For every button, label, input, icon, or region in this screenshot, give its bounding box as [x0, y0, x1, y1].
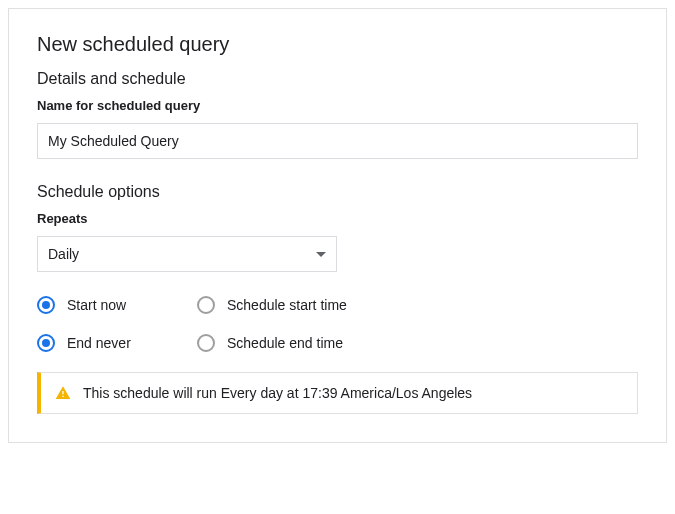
end-never-label: End never	[67, 335, 131, 351]
details-heading: Details and schedule	[37, 70, 638, 88]
chevron-down-icon	[316, 252, 326, 257]
radio-icon	[197, 296, 215, 314]
schedule-options-heading: Schedule options	[37, 183, 638, 201]
radio-icon	[37, 334, 55, 352]
repeats-label: Repeats	[37, 211, 638, 226]
end-never-radio[interactable]: End never	[37, 334, 197, 352]
radio-icon	[37, 296, 55, 314]
schedule-end-label: Schedule end time	[227, 335, 343, 351]
repeats-select[interactable]: Daily	[37, 236, 337, 272]
schedule-end-time-radio[interactable]: Schedule end time	[197, 334, 343, 352]
end-radio-row: End never Schedule end time	[37, 334, 638, 352]
start-now-radio[interactable]: Start now	[37, 296, 197, 314]
radio-icon	[197, 334, 215, 352]
schedule-start-label: Schedule start time	[227, 297, 347, 313]
page-title: New scheduled query	[37, 33, 638, 56]
start-radio-row: Start now Schedule start time	[37, 296, 638, 314]
new-scheduled-query-panel: New scheduled query Details and schedule…	[8, 8, 667, 443]
notice-text: This schedule will run Every day at 17:3…	[83, 385, 472, 401]
scheduled-query-name-input[interactable]	[37, 123, 638, 159]
warning-icon	[55, 385, 71, 401]
name-label: Name for scheduled query	[37, 98, 638, 113]
start-now-label: Start now	[67, 297, 126, 313]
repeats-value: Daily	[48, 246, 79, 262]
schedule-notice: This schedule will run Every day at 17:3…	[37, 372, 638, 414]
schedule-start-time-radio[interactable]: Schedule start time	[197, 296, 347, 314]
